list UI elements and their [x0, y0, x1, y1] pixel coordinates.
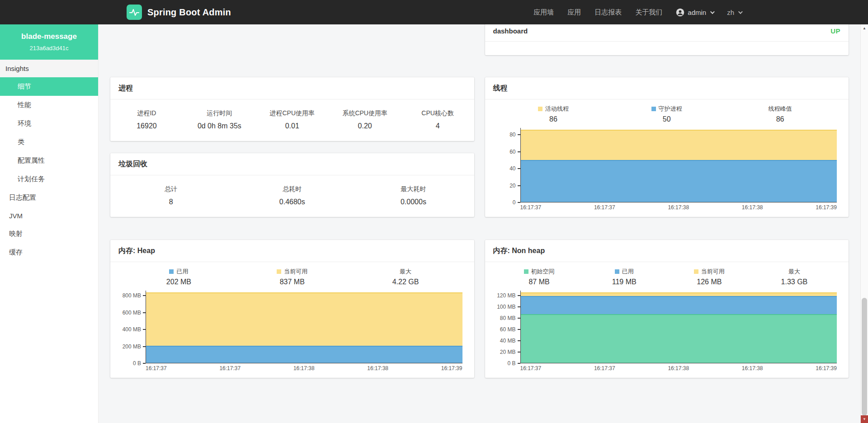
scrollbar-thumb[interactable] — [862, 298, 867, 416]
legend-swatch — [277, 269, 281, 274]
legend-nonheap-initial: 初始空间 87 MB — [497, 268, 582, 286]
sidebar-item-mappings[interactable]: 映射 — [0, 225, 98, 243]
main-content: 进程 进程ID 16920 运行时间 0d 0h 8m 35s 进程CPU使用率… — [99, 24, 860, 423]
sidebar-item-metrics[interactable]: 性能 — [0, 96, 98, 114]
nav-item-about[interactable]: 关于我们 — [635, 8, 662, 17]
nav-item-applications[interactable]: 应用 — [567, 8, 581, 17]
sidebar-item-scheduled-tasks[interactable]: 计划任务 — [0, 170, 98, 188]
metric-gc-max-time: 最大耗时 0.0000s — [353, 185, 474, 206]
instance-header: blade-message 213a6ad3d41c — [0, 24, 98, 60]
sidebar-item-jvm[interactable]: JVM — [0, 207, 98, 225]
sidebar-item-loggers[interactable]: 日志配置 — [0, 188, 98, 207]
memory-nonheap-card: 内存: Non heap 初始空间 87 MB 已用 119 MB 当前可用 — [485, 240, 849, 378]
threads-card-title: 线程 — [493, 84, 508, 93]
metric-system-cpu: 系统CPU使用率 0.20 — [329, 109, 401, 130]
sidebar-item-environment[interactable]: 环境 — [0, 114, 98, 133]
chevron-down-icon — [738, 9, 743, 14]
nav-item-journal[interactable]: 日志报表 — [594, 8, 622, 17]
legend-swatch — [538, 107, 542, 111]
metric-gc-total-time: 总耗时 0.4680s — [231, 185, 353, 206]
legend-nonheap-used: 已用 119 MB — [582, 268, 667, 286]
legend-heap-size: 当前可用 837 MB — [236, 268, 349, 286]
memory-nonheap-card-title: 内存: Non heap — [493, 246, 545, 256]
brand-title: Spring Boot Admin — [147, 7, 231, 18]
sidebar-section-insights: Insights — [0, 60, 98, 77]
threads-card: 线程 活动线程 86 守护进程 50 线程峰值 86 — [485, 77, 849, 217]
memory-nonheap-chart: 0 B20 MB40 MB60 MB80 MB100 MB120 MB 16:1… — [497, 291, 837, 371]
legend-peak-threads: 线程峰值 86 — [723, 105, 837, 123]
instance-row[interactable]: dashboard UP — [485, 27, 849, 42]
language-value: zh — [727, 9, 734, 16]
legend-swatch — [651, 107, 656, 111]
threads-legend: 活动线程 86 守护进程 50 线程峰值 86 — [497, 105, 837, 123]
legend-daemon-threads: 守护进程 50 — [610, 105, 723, 123]
process-card-title: 进程 — [118, 84, 133, 93]
metric-pid: 进程ID 16920 — [110, 109, 183, 130]
user-name: admin — [688, 9, 706, 16]
memory-heap-card-title: 内存: Heap — [118, 246, 155, 256]
sidebar-item-caches[interactable]: 缓存 — [0, 243, 98, 262]
threads-chart: 020406080 16:17:3716:17:3716:17:3816:17:… — [497, 128, 837, 211]
legend-swatch — [169, 269, 174, 274]
legend-swatch — [615, 269, 619, 274]
metric-gc-count: 总计 8 — [110, 185, 231, 206]
memory-heap-card: 内存: Heap 已用 202 MB 当前可用 837 MB 最大 — [110, 240, 474, 378]
nav-item-wall[interactable]: 应用墙 — [533, 8, 554, 17]
instance-name: blade-message — [4, 32, 94, 41]
scrollbar-up-arrow-icon[interactable]: ▲ — [861, 24, 868, 32]
sidebar-item-config-props[interactable]: 配置属性 — [0, 151, 98, 170]
instance-id: 213a6ad3d41c — [4, 45, 94, 52]
memory-heap-chart: 0 B200 MB400 MB600 MB800 MB 16:17:3716:1… — [122, 291, 462, 371]
top-navbar: Spring Boot Admin 应用墙 应用 日志报表 关于我们 admin… — [0, 0, 868, 24]
legend-live-threads: 活动线程 86 — [497, 105, 610, 123]
instance-status-card: dashboard UP — [485, 24, 849, 55]
language-selector[interactable]: zh — [727, 9, 741, 16]
process-card: 进程 进程ID 16920 运行时间 0d 0h 8m 35s 进程CPU使用率… — [110, 77, 474, 141]
metric-cpu-cores: CPU核心数 4 — [401, 109, 474, 130]
sidebar-item-classes[interactable]: 类 — [0, 133, 98, 151]
spring-boot-admin-logo-icon — [127, 5, 142, 20]
chevron-down-icon — [710, 9, 715, 14]
gc-card-title: 垃圾回收 — [118, 160, 147, 169]
user-menu[interactable]: admin — [676, 8, 713, 17]
legend-swatch — [524, 269, 528, 274]
status-badge: UP — [830, 27, 840, 35]
scrollbar-down-arrow-icon[interactable]: ▼ — [861, 415, 868, 423]
gc-card: 垃圾回收 总计 8 总耗时 0.4680s 最大耗时 0.0000s — [110, 153, 474, 217]
metric-uptime: 运行时间 0d 0h 8m 35s — [183, 109, 256, 130]
legend-nonheap-size: 当前可用 126 MB — [667, 268, 752, 286]
instance-app-name: dashboard — [493, 27, 528, 35]
sidebar-item-details[interactable]: 细节 — [0, 77, 98, 96]
metric-process-cpu: 进程CPU使用率 0.01 — [256, 109, 329, 130]
brand[interactable]: Spring Boot Admin — [127, 5, 231, 20]
legend-heap-used: 已用 202 MB — [122, 268, 236, 286]
sidebar: blade-message 213a6ad3d41c Insights 细节 性… — [0, 24, 99, 423]
legend-nonheap-max: 最大 1.33 GB — [752, 268, 837, 286]
heap-legend: 已用 202 MB 当前可用 837 MB 最大 4.22 GB — [122, 268, 462, 286]
legend-heap-max: 最大 4.22 GB — [349, 268, 462, 286]
legend-swatch — [694, 269, 698, 274]
user-avatar-icon — [676, 8, 684, 17]
nonheap-legend: 初始空间 87 MB 已用 119 MB 当前可用 126 MB 最大 — [497, 268, 837, 286]
vertical-scrollbar[interactable]: ▲ ▼ — [860, 24, 868, 423]
